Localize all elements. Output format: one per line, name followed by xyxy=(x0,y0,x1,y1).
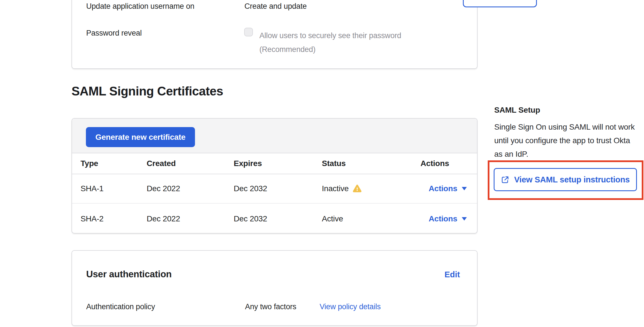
actions-dropdown[interactable]: Actions xyxy=(429,184,467,193)
cert-status-cell: Inactive xyxy=(322,184,361,193)
user-authentication-card: User authentication Edit Authentication … xyxy=(71,250,478,326)
table-row: SHA-2 Dec 2022 Dec 2032 Active Actions xyxy=(72,204,477,234)
warning-icon[interactable] xyxy=(353,184,361,193)
cert-type: SHA-1 xyxy=(81,184,103,193)
generate-certificate-button[interactable]: Generate new certificate xyxy=(86,127,195,147)
actions-label: Actions xyxy=(429,184,457,193)
column-header-status: Status xyxy=(322,159,346,168)
view-policy-details-link[interactable]: View policy details xyxy=(320,302,381,311)
saml-setup-button-label: View SAML setup instructions xyxy=(514,175,630,184)
authentication-policy-value: Any two factors xyxy=(245,302,296,311)
status-text: Active xyxy=(322,214,343,223)
user-authentication-title: User authentication xyxy=(86,269,172,280)
status-text: Inactive xyxy=(322,184,349,193)
saml-setup-heading: SAML Setup xyxy=(494,106,540,115)
view-saml-setup-instructions-button[interactable]: View SAML setup instructions xyxy=(494,168,637,191)
password-reveal-checkbox[interactable] xyxy=(244,28,253,36)
page-title: SAML Signing Certificates xyxy=(71,84,223,98)
cert-expires: Dec 2032 xyxy=(234,184,267,193)
actions-label: Actions xyxy=(429,214,457,223)
page: Update application username on Create an… xyxy=(0,0,644,327)
update-now-button[interactable]: Update Now xyxy=(463,0,537,7)
sign-on-settings-card: Update application username on Create an… xyxy=(71,0,478,69)
caret-down-icon xyxy=(462,187,467,190)
edit-link[interactable]: Edit xyxy=(444,270,460,279)
cert-status-cell: Active xyxy=(322,214,343,223)
password-reveal-description: Allow users to securely see their passwo… xyxy=(259,29,429,56)
username-update-value: Create and update xyxy=(244,2,307,11)
saml-setup-description: Single Sign On using SAML will not work … xyxy=(494,120,636,161)
column-header-actions: Actions xyxy=(420,159,449,168)
external-link-icon xyxy=(501,175,509,184)
column-header-created: Created xyxy=(147,159,176,168)
table-toolbar: Generate new certificate xyxy=(72,119,477,153)
certificates-table: Generate new certificate Type Created Ex… xyxy=(71,118,478,234)
caret-down-icon xyxy=(462,217,467,221)
cert-expires: Dec 2032 xyxy=(234,214,267,223)
actions-dropdown[interactable]: Actions xyxy=(429,214,467,223)
cert-created: Dec 2022 xyxy=(147,214,180,223)
column-header-expires: Expires xyxy=(234,159,262,168)
table-row: SHA-1 Dec 2022 Dec 2032 Inactive Actions xyxy=(72,174,477,204)
cert-type: SHA-2 xyxy=(81,214,103,223)
cert-created: Dec 2022 xyxy=(147,184,180,193)
table-header-row: Type Created Expires Status Actions xyxy=(72,153,477,174)
password-reveal-label: Password reveal xyxy=(86,29,142,38)
column-header-type: Type xyxy=(81,159,98,168)
authentication-policy-label: Authentication policy xyxy=(86,302,155,311)
username-update-label: Update application username on xyxy=(86,2,194,11)
